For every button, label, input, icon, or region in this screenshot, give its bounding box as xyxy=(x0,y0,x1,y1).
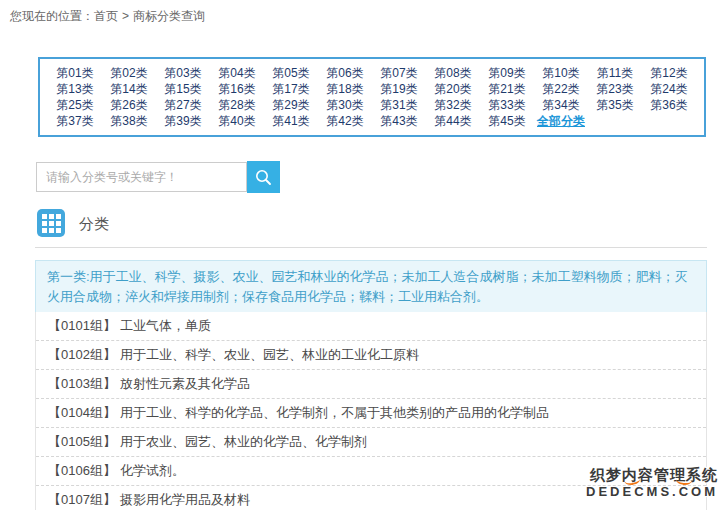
category-link-25[interactable]: 第25类 xyxy=(48,97,102,113)
category-link-16[interactable]: 第16类 xyxy=(210,81,264,97)
class-summary: 第一类:用于工业、科学、摄影、农业、园艺和林业的化学品；未加工人造合成树脂；未加… xyxy=(35,260,707,318)
category-link-39[interactable]: 第39类 xyxy=(156,113,210,129)
breadcrumb-current: 商标分类查询 xyxy=(133,9,205,23)
group-code: 【0106组】 xyxy=(48,463,116,478)
group-list: 【0101组】工业气体，单质【0102组】用于工业、科学、农业、园艺、林业的工业… xyxy=(35,312,707,510)
search-icon xyxy=(254,168,273,187)
group-desc: 用于工业、科学的化学品、化学制剂，不属于其他类别的产品用的化学制品 xyxy=(120,405,549,420)
all-categories-link[interactable]: 全部分类 xyxy=(534,113,588,129)
group-code: 【0107组】 xyxy=(48,492,116,507)
breadcrumb-prefix: 您现在的位置： xyxy=(10,9,94,23)
category-link-10[interactable]: 第10类 xyxy=(534,65,588,81)
group-row-0106[interactable]: 【0106组】化学试剂。 xyxy=(36,457,706,486)
search-input[interactable] xyxy=(36,162,247,192)
category-link-44[interactable]: 第44类 xyxy=(426,113,480,129)
category-link-21[interactable]: 第21类 xyxy=(480,81,534,97)
group-desc: 用于工业、科学、农业、园艺、林业的工业化工原料 xyxy=(120,347,419,362)
group-desc: 放射性元素及其化学品 xyxy=(120,376,250,391)
category-link-02[interactable]: 第02类 xyxy=(102,65,156,81)
group-row-0105[interactable]: 【0105组】用于农业、园艺、林业的化学品、化学制剂 xyxy=(36,428,706,457)
breadcrumb: 您现在的位置：首页>商标分类查询 xyxy=(10,8,205,25)
category-link-26[interactable]: 第26类 xyxy=(102,97,156,113)
group-code: 【0105组】 xyxy=(48,434,116,449)
group-desc: 摄影用化学用品及材料 xyxy=(120,492,250,507)
divider xyxy=(35,247,707,248)
category-link-13[interactable]: 第13类 xyxy=(48,81,102,97)
category-link-28[interactable]: 第28类 xyxy=(210,97,264,113)
category-link-23[interactable]: 第23类 xyxy=(588,81,642,97)
category-link-30[interactable]: 第30类 xyxy=(318,97,372,113)
category-link-43[interactable]: 第43类 xyxy=(372,113,426,129)
group-row-0101[interactable]: 【0101组】工业气体，单质 xyxy=(36,312,706,341)
category-link-35[interactable]: 第35类 xyxy=(588,97,642,113)
category-link-24[interactable]: 第24类 xyxy=(642,81,696,97)
category-link-27[interactable]: 第27类 xyxy=(156,97,210,113)
group-desc: 工业气体，单质 xyxy=(120,318,211,333)
breadcrumb-separator: > xyxy=(122,9,129,23)
category-link-36[interactable]: 第36类 xyxy=(642,97,696,113)
category-link-20[interactable]: 第20类 xyxy=(426,81,480,97)
group-row-0104[interactable]: 【0104组】用于工业、科学的化学品、化学制剂，不属于其他类别的产品用的化学制品 xyxy=(36,399,706,428)
category-link-03[interactable]: 第03类 xyxy=(156,65,210,81)
category-link-18[interactable]: 第18类 xyxy=(318,81,372,97)
section-title: 分类 xyxy=(79,215,109,234)
category-link-32[interactable]: 第32类 xyxy=(426,97,480,113)
grid-icon xyxy=(37,209,65,237)
category-link-41[interactable]: 第41类 xyxy=(264,113,318,129)
category-link-04[interactable]: 第04类 xyxy=(210,65,264,81)
category-link-38[interactable]: 第38类 xyxy=(102,113,156,129)
group-desc: 用于农业、园艺、林业的化学品、化学制剂 xyxy=(120,434,367,449)
category-link-31[interactable]: 第31类 xyxy=(372,97,426,113)
category-link-12[interactable]: 第12类 xyxy=(642,65,696,81)
trademark-classification-page: 您现在的位置：首页>商标分类查询 第01类第02类第03类第04类第05类第06… xyxy=(0,0,720,510)
group-code: 【0104组】 xyxy=(48,405,116,420)
category-link-17[interactable]: 第17类 xyxy=(264,81,318,97)
category-link-19[interactable]: 第19类 xyxy=(372,81,426,97)
category-link-40[interactable]: 第40类 xyxy=(210,113,264,129)
category-link-05[interactable]: 第05类 xyxy=(264,65,318,81)
category-link-07[interactable]: 第07类 xyxy=(372,65,426,81)
group-row-0103[interactable]: 【0103组】放射性元素及其化学品 xyxy=(36,370,706,399)
category-link-33[interactable]: 第33类 xyxy=(480,97,534,113)
category-link-08[interactable]: 第08类 xyxy=(426,65,480,81)
category-grid: 第01类第02类第03类第04类第05类第06类第07类第08类第09类第10类… xyxy=(38,57,706,137)
category-link-06[interactable]: 第06类 xyxy=(318,65,372,81)
search-button[interactable] xyxy=(247,161,280,193)
category-link-14[interactable]: 第14类 xyxy=(102,81,156,97)
category-link-11[interactable]: 第11类 xyxy=(588,65,642,81)
category-link-29[interactable]: 第29类 xyxy=(264,97,318,113)
group-code: 【0102组】 xyxy=(48,347,116,362)
category-link-09[interactable]: 第09类 xyxy=(480,65,534,81)
group-desc: 化学试剂。 xyxy=(120,463,185,478)
group-code: 【0103组】 xyxy=(48,376,116,391)
category-link-22[interactable]: 第22类 xyxy=(534,81,588,97)
breadcrumb-home-link[interactable]: 首页 xyxy=(94,9,118,23)
category-link-01[interactable]: 第01类 xyxy=(48,65,102,81)
category-link-15[interactable]: 第15类 xyxy=(156,81,210,97)
category-link-45[interactable]: 第45类 xyxy=(480,113,534,129)
category-link-37[interactable]: 第37类 xyxy=(48,113,102,129)
group-code: 【0101组】 xyxy=(48,318,116,333)
category-link-42[interactable]: 第42类 xyxy=(318,113,372,129)
group-row-0102[interactable]: 【0102组】用于工业、科学、农业、园艺、林业的工业化工原料 xyxy=(36,341,706,370)
group-row-0107[interactable]: 【0107组】摄影用化学用品及材料 xyxy=(36,486,706,510)
category-link-34[interactable]: 第34类 xyxy=(534,97,588,113)
